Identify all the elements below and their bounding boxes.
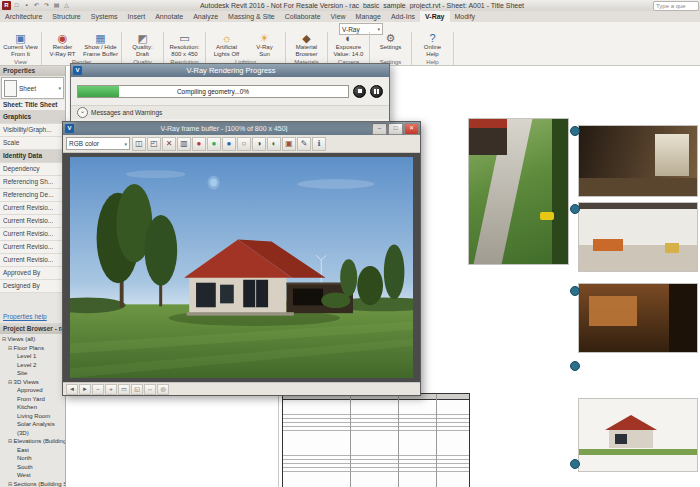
tree-item[interactable]: Kitchen [0,403,65,412]
color-correction-icon[interactable]: ◐ [267,137,281,151]
progress-dialog-titlebar[interactable]: V V-Ray Rendering Progress [71,64,389,77]
pan-icon[interactable]: ↔ [144,384,156,395]
current-view-from-it-button[interactable]: ▣ Current View From It [2,32,39,57]
tree-item[interactable]: Site [0,369,65,378]
pause-render-button[interactable] [370,85,383,98]
print-icon[interactable]: ▤ [52,1,61,10]
ribbon-tab[interactable]: Collaborate [280,11,326,22]
zoom-out-icon[interactable]: − [92,384,104,395]
tree-item[interactable]: Sections (Building Section) [0,480,65,487]
tree-item[interactable]: Level 1 [0,352,65,361]
ribbon-tab[interactable]: Structure [47,11,85,22]
properties-help-link[interactable]: Properties help [3,313,65,320]
online-help-button[interactable]: ? Online Help [414,32,451,57]
tree-item[interactable]: Elevations (Building Elevation) [0,437,65,446]
image-prev-icon[interactable]: ◄ [66,384,78,395]
property-row[interactable]: Current Revisio... [0,228,65,241]
minimize-button[interactable]: – [372,123,387,135]
property-row[interactable]: Current Revisio... [0,215,65,228]
region-render-icon[interactable]: ▣ [282,137,296,151]
tree-item[interactable]: South [0,463,65,472]
sheet-render-thumbnail[interactable] [578,283,698,353]
resolution-button[interactable]: ▭ Resolution: 800 x 450 [166,32,203,57]
ribbon-tab[interactable]: Modify [450,11,481,22]
property-row[interactable]: Identity Data [0,150,65,163]
maximize-button[interactable]: □ [388,123,403,135]
artificial-lights-button[interactable]: ☼ Artificial Lights Off [208,32,245,57]
ribbon-tab[interactable]: Add-Ins [386,11,420,22]
material-browser-button[interactable]: ◆ Material Browser [288,32,325,57]
show-hide-frame-buffer-button[interactable]: ▦ Show / Hide Frame Buffer [82,32,119,57]
tree-item[interactable]: Views (all) [0,335,65,344]
duplicate-buffer-icon[interactable]: ▥ [177,137,191,151]
property-row[interactable]: Scale [0,137,65,150]
ribbon-tab[interactable]: Analyze [188,11,223,22]
property-row[interactable]: Current Revisio... [0,202,65,215]
callout-marker[interactable] [570,286,580,296]
blue-channel-icon[interactable]: ● [222,137,236,151]
fit-window-icon[interactable]: ◱ [131,384,143,395]
ribbon-tab[interactable]: Manage [351,11,386,22]
crosshair-icon[interactable]: ◎ [157,384,169,395]
undo-icon[interactable]: ↶ [32,1,41,10]
callout-marker[interactable] [570,361,580,371]
ribbon-tab[interactable]: V-Ray [420,11,449,22]
callout-marker[interactable] [570,126,580,136]
save-image-icon[interactable]: ◫ [132,137,146,151]
ribbon-tab[interactable]: Insert [123,11,151,22]
alpha-channel-icon[interactable]: ○ [237,137,251,151]
property-row[interactable]: Dependency [0,163,65,176]
redo-icon[interactable]: ↷ [42,1,51,10]
project-browser-header[interactable]: Project Browser - rac_basic_sample_proje… [0,323,65,334]
property-row[interactable]: Visibility/Graph... [0,124,65,137]
tree-item[interactable]: From Yard [0,395,65,404]
sheet-schedule-table[interactable] [282,393,470,487]
tree-item[interactable]: Level 2 [0,361,65,370]
properties-header[interactable]: Properties [0,65,65,76]
sheet-render-thumbnail[interactable] [468,118,569,265]
quality-button[interactable]: ◩ Quality: Draft [124,32,161,57]
clear-image-icon[interactable]: ✕ [162,137,176,151]
close-button[interactable]: ✕ [404,123,419,135]
property-row[interactable]: Referencing De... [0,189,65,202]
vray-sun-button[interactable]: ☀ V-Ray Sun [246,32,283,57]
sheet-render-thumbnail[interactable] [578,125,698,197]
tree-item[interactable]: Approved [0,386,65,395]
save-icon[interactable]: ▪ [22,1,31,10]
settings-button[interactable]: ⚙ Settings [372,32,409,51]
property-row[interactable]: Graphics [0,111,65,124]
tree-item[interactable]: West [0,471,65,480]
expand-messages-button[interactable]: ⌄ [77,107,88,118]
type-selector[interactable]: Sheet ▾ [1,77,64,99]
sheet-render-thumbnail[interactable] [578,398,698,472]
tree-item[interactable]: Solar Analysis [0,420,65,429]
green-channel-icon[interactable]: ● [207,137,221,151]
callout-marker[interactable] [570,204,580,214]
zoom-in-icon[interactable]: + [105,384,117,395]
zoom-100-icon[interactable]: ▭ [118,384,130,395]
tree-item[interactable]: Floor Plans [0,344,65,353]
tree-item[interactable]: (3D) [0,429,65,438]
stop-render-button[interactable] [353,85,366,98]
stamp-icon[interactable]: ✎ [297,137,311,151]
red-channel-icon[interactable]: ● [192,137,206,151]
ribbon-tab[interactable]: Architecture [0,11,47,22]
exposure-value-button[interactable]: ◐ Exposure Value: 14.0 [330,32,367,57]
sheet-render-thumbnail[interactable] [578,202,698,272]
load-image-icon[interactable]: ◰ [147,137,161,151]
info-icon[interactable]: ℹ [312,137,326,151]
render-vray-rt-button[interactable]: ◉ Render V-Ray RT [44,32,81,57]
frame-buffer-canvas[interactable] [63,153,420,382]
ribbon-tab[interactable]: Massing & Site [223,11,280,22]
property-row[interactable]: Referencing Sh... [0,176,65,189]
ribbon-tab[interactable]: View [326,11,351,22]
tree-item[interactable]: Living Room [0,412,65,421]
open-icon[interactable]: □ [12,1,21,10]
search-input[interactable]: Type a que [653,1,699,11]
measure-icon[interactable]: △ [62,1,71,10]
property-row[interactable]: Current Revisio... [0,241,65,254]
image-next-icon[interactable]: ► [79,384,91,395]
frame-buffer-titlebar[interactable]: V V-Ray frame buffer - [100% of 800 x 45… [63,122,420,135]
ribbon-tab[interactable]: Annotate [150,11,188,22]
property-row[interactable]: Designed By [0,280,65,293]
